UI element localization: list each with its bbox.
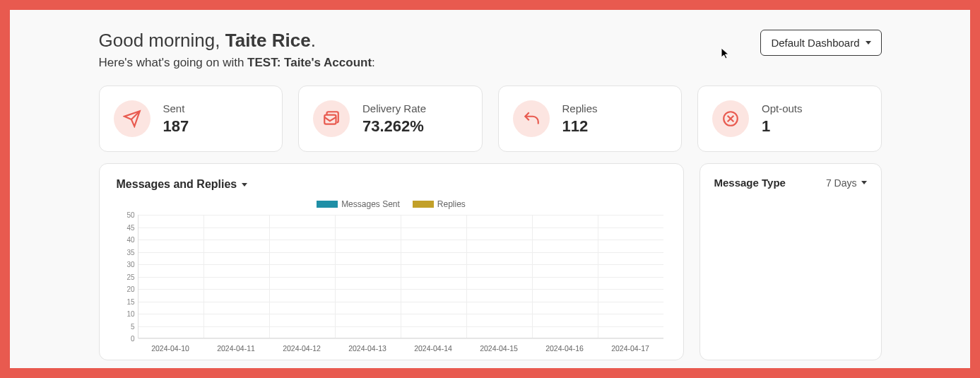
legend-label: Messages Sent: [341, 199, 400, 209]
stat-value: 112: [562, 117, 598, 136]
grid-line: [335, 215, 336, 338]
x-tick-label: 2024-04-17: [611, 344, 649, 353]
legend-swatch: [317, 201, 338, 208]
y-tick-label: 0: [117, 335, 135, 343]
chart-title-label: Messages and Replies: [117, 178, 237, 191]
caret-down-icon: [866, 41, 871, 45]
legend-item-replies[interactable]: Replies: [413, 199, 466, 209]
stat-value: 187: [163, 117, 189, 136]
stat-text: Opt-outs 1: [762, 102, 803, 136]
stat-card-delivery-rate: Delivery Rate 73.262%: [298, 85, 483, 152]
x-tick-label: 2024-04-16: [545, 344, 584, 353]
y-tick-label: 20: [117, 285, 135, 293]
content-container: Good morning, Taite Rice. Here's what's …: [99, 30, 882, 360]
subtitle-account: TEST: Taite's Account: [247, 56, 372, 69]
range-label: 7 Days: [826, 177, 857, 189]
grid-line: [269, 215, 270, 338]
stat-label: Sent: [163, 102, 189, 114]
x-tick-label: 2024-04-10: [151, 344, 189, 353]
greeting-block: Good morning, Taite Rice. Here's what's …: [99, 30, 375, 70]
reply-icon: [513, 100, 550, 137]
svg-rect-0: [324, 115, 336, 124]
greeting-prefix: Good morning,: [99, 30, 225, 51]
message-type-title: Message Type: [714, 177, 786, 189]
y-tick-label: 30: [117, 261, 135, 268]
stat-text: Sent 187: [163, 102, 189, 136]
messages-replies-chart-panel: Messages and Replies Messages Sent Repli…: [99, 163, 684, 360]
x-tick-label: 2024-04-14: [414, 344, 452, 353]
subtitle-prefix: Here's what's going on with: [99, 56, 248, 69]
grid-line: [466, 215, 467, 338]
dashboard-selector-button[interactable]: Default Dashboard: [760, 30, 881, 56]
y-tick-label: 40: [117, 236, 135, 244]
y-tick-label: 25: [117, 273, 135, 280]
legend-item-messages-sent[interactable]: Messages Sent: [317, 199, 400, 209]
greeting-subtitle: Here's what's going on with TEST: Taite'…: [99, 56, 375, 70]
chart-header: Messages and Replies: [117, 178, 666, 191]
stat-card-sent: Sent 187: [99, 85, 283, 152]
grid-line: [203, 215, 204, 338]
stat-text: Replies 112: [562, 102, 598, 136]
grid-line: [598, 215, 598, 338]
page-header: Good morning, Taite Rice. Here's what's …: [99, 30, 882, 70]
stat-text: Delivery Rate 73.262%: [362, 102, 426, 136]
x-tick-label: 2024-04-13: [348, 344, 386, 353]
send-icon: [114, 100, 150, 137]
grid-line: [138, 338, 663, 339]
chart-legend: Messages Sent Replies: [117, 199, 666, 209]
delivery-icon: [313, 100, 350, 137]
stats-row: Sent 187 Delivery Rate 73.262% Repli: [99, 85, 882, 152]
y-tick-label: 35: [117, 248, 135, 256]
legend-swatch: [413, 201, 434, 208]
x-tick-label: 2024-04-11: [217, 344, 255, 353]
message-type-panel: Message Type 7 Days: [699, 163, 882, 360]
stat-label: Delivery Rate: [362, 102, 426, 114]
y-tick-label: 10: [117, 310, 135, 318]
x-tick-label: 2024-04-12: [283, 344, 321, 353]
y-tick-label: 15: [117, 297, 135, 305]
optout-icon: [712, 100, 749, 137]
greeting-name: Taite Rice: [225, 30, 311, 51]
greeting-title: Good morning, Taite Rice.: [99, 30, 375, 52]
stat-label: Opt-outs: [762, 102, 803, 114]
greeting-suffix: .: [311, 30, 316, 51]
chart-grid: [138, 215, 663, 338]
dashboard-page: Good morning, Taite Rice. Here's what's …: [10, 10, 970, 368]
y-tick-label: 50: [117, 211, 135, 219]
grid-line: [532, 215, 533, 338]
stat-value: 73.262%: [362, 117, 426, 136]
panels-row: Messages and Replies Messages Sent Repli…: [99, 163, 882, 360]
caret-down-icon: [861, 181, 867, 184]
y-tick-label: 45: [117, 223, 135, 231]
side-panel-header: Message Type 7 Days: [714, 177, 867, 189]
subtitle-suffix: :: [372, 56, 375, 69]
dashboard-selector-label: Default Dashboard: [771, 37, 859, 49]
stat-card-optouts: Opt-outs 1: [697, 85, 882, 152]
stat-label: Replies: [562, 102, 598, 114]
y-tick-label: 5: [117, 322, 135, 330]
stat-value: 1: [762, 117, 803, 136]
range-dropdown[interactable]: 7 Days: [826, 177, 867, 189]
legend-label: Replies: [437, 199, 466, 209]
x-tick-label: 2024-04-15: [480, 344, 518, 353]
grid-line: [401, 215, 401, 338]
stat-card-replies: Replies 112: [498, 85, 683, 152]
chart-title-dropdown[interactable]: Messages and Replies: [117, 178, 248, 191]
chart-body: 051015202530354045502024-04-102024-04-11…: [117, 215, 666, 353]
caret-down-icon: [242, 183, 247, 187]
